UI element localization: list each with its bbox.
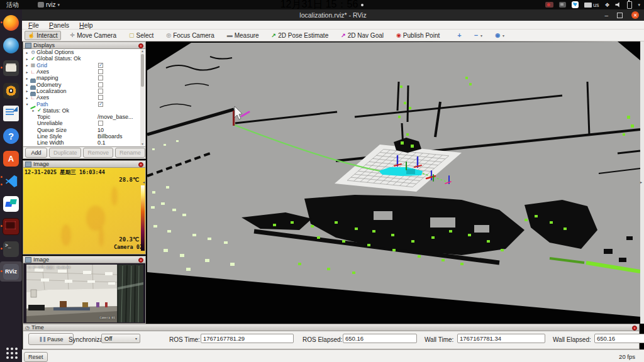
display-row[interactable]: Global Status: Ok xyxy=(23,55,145,62)
checkbox[interactable] xyxy=(98,75,103,80)
scrollbar[interactable]: ▲▼ xyxy=(140,49,145,146)
tool-move-camera[interactable]: ✛Move Camera xyxy=(67,31,119,40)
dock-item-thunderbird[interactable] xyxy=(0,35,22,55)
displays-panel-header[interactable]: Displays xyxy=(23,41,146,49)
checkbox[interactable] xyxy=(98,89,103,94)
app-menu[interactable]: rviz ▾ xyxy=(38,1,60,8)
menu-panels[interactable]: Panels xyxy=(49,21,69,29)
tool-2d-pose-estimate[interactable]: ↗2D Pose Estimate xyxy=(269,31,332,40)
minimize-button[interactable]: – xyxy=(604,12,608,19)
expander-icon[interactable] xyxy=(25,57,30,61)
panel-close-icon[interactable] xyxy=(138,162,143,167)
dock-item-rhythmbox[interactable] xyxy=(0,80,22,101)
scrollbar-thumb[interactable] xyxy=(141,54,144,87)
volume-icon[interactable] xyxy=(615,2,621,8)
expander-icon[interactable] xyxy=(25,102,30,106)
dock-item-red-terminal[interactable] xyxy=(0,216,22,236)
system-tray[interactable]: us ❖ ▾ xyxy=(545,0,640,9)
menu-help[interactable]: Help xyxy=(79,21,93,29)
add-tool-button[interactable]: + xyxy=(454,30,464,40)
pause-button[interactable]: ❚❚Pause xyxy=(28,333,74,345)
panel-close-icon[interactable] xyxy=(138,43,143,48)
dock-item-teal-app[interactable] xyxy=(0,194,22,214)
duplicate-button[interactable]: Duplicate xyxy=(49,148,82,158)
chevron-down-icon[interactable]: ▾ xyxy=(638,3,640,8)
dock-item-ubuntu-software[interactable]: A xyxy=(0,148,22,168)
keyboard-layout-label[interactable]: us xyxy=(593,2,599,8)
property-row-unreliable[interactable]: Unreliable xyxy=(23,120,145,126)
property-row-topic[interactable]: Topic/move_base... xyxy=(23,114,145,120)
add-button[interactable]: Add xyxy=(25,148,47,158)
checkbox[interactable] xyxy=(98,69,103,74)
expander-icon[interactable] xyxy=(25,63,30,67)
tool-interact[interactable]: ☝Interact xyxy=(25,31,61,40)
dock-item-firefox[interactable] xyxy=(0,13,22,33)
display-row-status[interactable]: Status: Ok xyxy=(23,107,145,114)
checkbox[interactable] xyxy=(98,82,103,87)
expander-icon[interactable] xyxy=(25,50,30,55)
ros-elapsed-input[interactable] xyxy=(343,334,417,343)
viewport-3d[interactable] xyxy=(147,41,640,324)
tool-publish-point[interactable]: ◉Publish Point xyxy=(393,31,443,40)
display-row-path[interactable]: Path xyxy=(23,101,145,107)
display-row-localization[interactable]: Localization xyxy=(23,88,145,94)
rename-button[interactable]: Rename xyxy=(115,148,145,158)
image2-panel-header[interactable]: Image xyxy=(23,256,146,263)
maximize-button[interactable] xyxy=(617,13,623,18)
dock-item-libreoffice[interactable] xyxy=(0,103,22,123)
display-row-axes[interactable]: Axes xyxy=(23,69,145,75)
dock-item-show-applications[interactable] xyxy=(0,343,22,362)
panel-close-icon[interactable] xyxy=(138,258,143,263)
checkbox[interactable] xyxy=(98,102,103,107)
image1-panel-header[interactable]: Image xyxy=(23,160,146,168)
close-button[interactable]: ✕ xyxy=(631,11,639,19)
tool-properties-button[interactable]: ◉▾ xyxy=(492,31,508,40)
checkbox[interactable] xyxy=(98,95,103,100)
expander-icon[interactable] xyxy=(31,108,36,112)
property-row-line-width[interactable]: Line Width0.1 xyxy=(23,140,145,146)
network-icon[interactable]: ❖ xyxy=(604,2,609,8)
tool-focus-camera[interactable]: ◎Focus Camera xyxy=(163,31,217,40)
expander-icon[interactable] xyxy=(25,82,30,87)
dock-item-terminal[interactable] xyxy=(0,239,22,259)
menu-file[interactable]: File xyxy=(28,21,39,29)
remove-button[interactable]: Remove xyxy=(83,148,113,158)
sync-select[interactable]: Off▾ xyxy=(101,334,140,343)
dock-item-files[interactable] xyxy=(0,58,22,78)
display-row-odometry[interactable]: Odometry xyxy=(23,81,145,87)
display-row-grid[interactable]: Grid xyxy=(23,62,145,69)
display-row[interactable]: Global Options xyxy=(23,49,145,55)
splitter-collapse-left-icon[interactable]: ◂ xyxy=(143,180,145,184)
dock-item-rviz[interactable]: RViz xyxy=(0,261,22,282)
screenshare-icon[interactable] xyxy=(559,2,566,8)
checkbox[interactable] xyxy=(98,121,103,126)
wall-time-input[interactable] xyxy=(457,334,545,343)
expander-icon[interactable] xyxy=(25,96,30,100)
checkbox[interactable] xyxy=(98,63,103,68)
wall-elapsed-input[interactable] xyxy=(594,334,644,343)
tool-2d-nav-goal[interactable]: ↗2D Nav Goal xyxy=(338,31,387,40)
tool-measure[interactable]: ▬Measure xyxy=(224,31,262,40)
expander-icon[interactable] xyxy=(25,70,30,74)
panel-close-icon[interactable] xyxy=(632,326,637,331)
libreoffice-icon xyxy=(3,106,19,121)
property-row-queue-size[interactable]: Queue Size10 xyxy=(23,127,145,133)
activities-button[interactable]: 活动 xyxy=(6,1,19,9)
remove-tool-button[interactable]: −▾ xyxy=(471,30,486,40)
display-row-mapping[interactable]: mapping xyxy=(23,75,145,81)
property-row-line-style[interactable]: Line StyleBillboards xyxy=(23,133,145,140)
dock-item-vscode[interactable] xyxy=(0,171,22,191)
reset-button[interactable]: Reset xyxy=(24,352,48,362)
display-row-axes2[interactable]: Axes xyxy=(23,94,145,101)
battery-icon[interactable] xyxy=(627,1,632,9)
dock-item-help[interactable]: ? xyxy=(0,126,22,146)
screen-record-icon[interactable] xyxy=(545,2,553,8)
tool-select[interactable]: ▢Select xyxy=(126,31,157,40)
time-panel-header[interactable]: ◷ Time xyxy=(23,324,640,331)
chat-app-icon[interactable] xyxy=(572,1,579,8)
splitter-collapse-right-icon[interactable]: ▸ xyxy=(640,180,642,184)
expander-icon[interactable] xyxy=(25,76,30,80)
window-title-bar[interactable]: localization.rviz* - RViz – ✕ xyxy=(22,9,644,21)
expander-icon[interactable] xyxy=(25,89,30,93)
ros-time-input[interactable] xyxy=(201,334,294,343)
